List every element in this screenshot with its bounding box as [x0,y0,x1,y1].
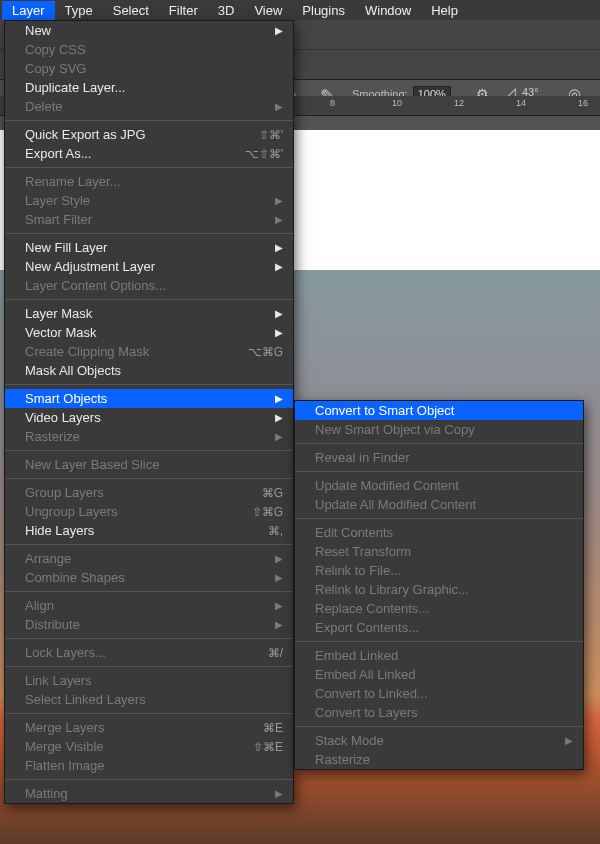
menubar-item-help[interactable]: Help [421,1,468,20]
menu-item-label: Video Layers [25,410,261,425]
layer-menu-item-smart-objects[interactable]: Smart Objects▶ [5,389,293,408]
layer-menu-item-merge-visible: Merge Visible⇧⌘E [5,737,293,756]
smart-menu-item-convert-to-smart-object[interactable]: Convert to Smart Object [295,401,583,420]
menu-shortcut: ⌘, [268,524,283,538]
menu-item-label: New Adjustment Layer [25,259,261,274]
layer-menu-item-mask-all-objects[interactable]: Mask All Objects [5,361,293,380]
menu-shortcut: ⌥⇧⌘' [245,147,283,161]
layer-menu-item-lock-layers: Lock Layers...⌘/ [5,643,293,662]
menu-item-label: New Layer Based Slice [25,457,283,472]
menu-item-label: Arrange [25,551,261,566]
menubar-item-layer[interactable]: Layer [2,1,55,20]
menu-item-label: Convert to Linked... [315,686,573,701]
menu-item-label: Relink to File... [315,563,573,578]
menu-item-label: Lock Layers... [25,645,250,660]
menu-item-label: Link Layers [25,673,283,688]
menu-item-label: Convert to Smart Object [315,403,573,418]
menu-item-label: Quick Export as JPG [25,127,241,142]
menu-item-label: Update Modified Content [315,478,573,493]
submenu-arrow-icon: ▶ [275,619,283,630]
layer-menu-item-select-linked-layers: Select Linked Layers [5,690,293,709]
layer-menu-item-ungroup-layers: Ungroup Layers⇧⌘G [5,502,293,521]
menu-item-label: Embed Linked [315,648,573,663]
menu-item-label: Hide Layers [25,523,250,538]
menubar-item-type[interactable]: Type [55,1,103,20]
menu-item-label: Layer Content Options... [25,278,283,293]
layer-menu-item-new-adjustment-layer[interactable]: New Adjustment Layer▶ [5,257,293,276]
menu-item-label: Delete [25,99,261,114]
menu-item-label: Replace Contents... [315,601,573,616]
menu-item-label: Stack Mode [315,733,551,748]
submenu-arrow-icon: ▶ [275,412,283,423]
layer-menu-item-layer-mask[interactable]: Layer Mask▶ [5,304,293,323]
submenu-arrow-icon: ▶ [275,195,283,206]
menubar-item-select[interactable]: Select [103,1,159,20]
layer-menu-item-duplicate-layer[interactable]: Duplicate Layer... [5,78,293,97]
menu-separator [295,641,583,642]
layer-menu-item-hide-layers[interactable]: Hide Layers⌘, [5,521,293,540]
layer-menu-item-create-clipping-mask: Create Clipping Mask⌥⌘G [5,342,293,361]
submenu-arrow-icon: ▶ [275,261,283,272]
smart-menu-item-convert-to-linked: Convert to Linked... [295,684,583,703]
menu-shortcut: ⌥⌘G [248,345,283,359]
layer-menu-item-matting: Matting▶ [5,784,293,803]
smart-menu-item-new-smart-object-via-copy: New Smart Object via Copy [295,420,583,439]
menu-separator [5,779,293,780]
submenu-arrow-icon: ▶ [275,572,283,583]
menu-item-label: New Smart Object via Copy [315,422,573,437]
menu-item-label: Layer Style [25,193,261,208]
menu-shortcut: ⌘E [263,721,283,735]
layer-menu-item-new[interactable]: New▶ [5,21,293,40]
submenu-arrow-icon: ▶ [275,327,283,338]
layer-menu-item-quick-export-as-jpg[interactable]: Quick Export as JPG⇧⌘' [5,125,293,144]
layer-menu-item-export-as[interactable]: Export As...⌥⇧⌘' [5,144,293,163]
layer-menu-item-new-fill-layer[interactable]: New Fill Layer▶ [5,238,293,257]
smart-menu-item-embed-all-linked: Embed All Linked [295,665,583,684]
menubar-item-plugins[interactable]: Plugins [292,1,355,20]
layer-menu-item-vector-mask[interactable]: Vector Mask▶ [5,323,293,342]
smart-objects-submenu: Convert to Smart ObjectNew Smart Object … [294,400,584,770]
smart-menu-item-update-all-modified-content: Update All Modified Content [295,495,583,514]
layer-menu-item-rasterize: Rasterize▶ [5,427,293,446]
menu-item-label: Copy SVG [25,61,283,76]
menu-item-label: Edit Contents [315,525,573,540]
ruler-tick: 10 [392,98,402,108]
menu-item-label: Create Clipping Mask [25,344,230,359]
submenu-arrow-icon: ▶ [565,735,573,746]
layer-menu-item-copy-svg: Copy SVG [5,59,293,78]
menu-item-label: New [25,23,261,38]
menu-shortcut: ⇧⌘G [252,505,283,519]
layer-menu-item-link-layers: Link Layers [5,671,293,690]
menu-shortcut: ⇧⌘' [259,128,283,142]
menubar-item-window[interactable]: Window [355,1,421,20]
menu-item-label: Rasterize [25,429,261,444]
submenu-arrow-icon: ▶ [275,431,283,442]
smart-menu-item-stack-mode: Stack Mode▶ [295,731,583,750]
menubar-item-view[interactable]: View [244,1,292,20]
smart-menu-item-update-modified-content: Update Modified Content [295,476,583,495]
layer-menu-item-smart-filter: Smart Filter▶ [5,210,293,229]
menubar: LayerTypeSelectFilter3DViewPluginsWindow… [0,0,600,20]
menubar-item-filter[interactable]: Filter [159,1,208,20]
menu-separator [295,518,583,519]
layer-menu-item-merge-layers: Merge Layers⌘E [5,718,293,737]
menu-item-label: Smart Objects [25,391,261,406]
menu-item-label: Select Linked Layers [25,692,283,707]
layer-menu-item-distribute: Distribute▶ [5,615,293,634]
menubar-item-3d[interactable]: 3D [208,1,245,20]
menu-item-label: Align [25,598,261,613]
layer-menu-item-video-layers[interactable]: Video Layers▶ [5,408,293,427]
submenu-arrow-icon: ▶ [275,788,283,799]
menu-separator [5,478,293,479]
layer-menu-item-new-layer-based-slice: New Layer Based Slice [5,455,293,474]
menu-item-label: Update All Modified Content [315,497,573,512]
menu-item-label: Merge Layers [25,720,245,735]
layer-menu-item-align: Align▶ [5,596,293,615]
layer-menu-item-arrange: Arrange▶ [5,549,293,568]
submenu-arrow-icon: ▶ [275,101,283,112]
smart-menu-item-rasterize: Rasterize [295,750,583,769]
menu-item-label: Merge Visible [25,739,235,754]
submenu-arrow-icon: ▶ [275,242,283,253]
menu-separator [5,299,293,300]
layer-menu-item-combine-shapes: Combine Shapes▶ [5,568,293,587]
